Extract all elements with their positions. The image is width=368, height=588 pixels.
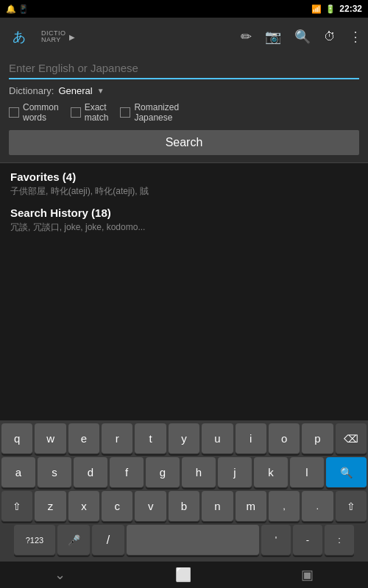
keyboard-row-3: ⇧ z x c v b n m , . ⇧ (1, 491, 367, 522)
wifi-icon: 📶 (311, 4, 322, 14)
checkbox-common-words[interactable]: Commonwords (9, 102, 59, 123)
key-g[interactable]: g (146, 457, 180, 488)
key-comma[interactable]: , (269, 491, 300, 522)
favorites-title: Favorites (4) (10, 171, 358, 183)
key-x[interactable]: x (68, 491, 99, 522)
dictionary-value[interactable]: General (58, 85, 92, 96)
history-icon[interactable]: ⏱ (324, 30, 336, 43)
key-h[interactable]: h (182, 457, 216, 488)
key-i[interactable]: i (236, 423, 266, 454)
key-dash[interactable]: - (293, 525, 322, 556)
keyboard-row-2: a s d f g h j k l 🔍 (1, 457, 367, 488)
key-q[interactable]: q (1, 423, 32, 454)
key-t[interactable]: t (135, 423, 166, 454)
checkbox-common-words-label: Commonwords (23, 102, 59, 123)
content-area: Favorites (4) 子供部屋, 時化(ateji), 時化(ateji)… (0, 163, 368, 250)
battery-icon: 🔋 (325, 4, 336, 14)
key-slash[interactable]: / (92, 525, 124, 556)
checkbox-exact-match[interactable]: Exactmatch (71, 102, 109, 123)
key-colon[interactable]: : (325, 525, 354, 556)
history-title: Search History (18) (10, 207, 358, 219)
key-s[interactable]: s (38, 457, 71, 488)
key-c[interactable]: c (102, 491, 132, 522)
dictionary-label: Dictionary: (9, 85, 54, 96)
app-logo: あ (6, 24, 32, 50)
key-m[interactable]: m (236, 491, 266, 522)
key-j[interactable]: j (218, 457, 252, 488)
key-r[interactable]: r (102, 423, 132, 454)
dictionary-dropdown-arrow[interactable]: ▼ (97, 87, 105, 95)
nav-recents-icon[interactable]: ▣ (301, 567, 314, 583)
key-p[interactable]: p (302, 423, 333, 454)
key-shift-left[interactable]: ⇧ (1, 491, 32, 522)
key-e[interactable]: e (68, 423, 99, 454)
checkbox-exact-match-box[interactable] (71, 107, 81, 118)
logo-japanese: あ (13, 30, 26, 43)
keyboard-row-4: ?123 🎤 / ' - : (1, 525, 367, 556)
checkbox-romanized[interactable]: RomanizedJapanese (120, 102, 179, 123)
search-button[interactable]: Search (9, 130, 359, 155)
favorites-section: Favorites (4) 子供部屋, 時化(ateji), 時化(ateji)… (10, 171, 358, 198)
more-icon[interactable]: ⋮ (349, 29, 362, 45)
history-section: Search History (18) 冗談, 冗談口, joke, joke,… (10, 207, 358, 234)
key-shift-right[interactable]: ⇧ (336, 491, 367, 522)
key-o[interactable]: o (269, 423, 300, 454)
key-u[interactable]: u (202, 423, 233, 454)
key-a[interactable]: a (1, 457, 35, 488)
key-b[interactable]: b (169, 491, 199, 522)
nav-home-icon[interactable]: ⬜ (175, 567, 191, 583)
checkbox-romanized-label: RomanizedJapanese (134, 102, 179, 123)
key-z[interactable]: z (35, 491, 66, 522)
keyboard: q w e r t y u i o p ⌫ a s d f g h j k l … (0, 420, 368, 562)
favorites-subtitle: 子供部屋, 時化(ateji), 時化(ateji), 賊 (10, 185, 358, 198)
search-input-container (9, 62, 359, 79)
app-bar-icons: ✏ 📷 🔍 ⏱ ⋮ (241, 29, 362, 45)
nav-bar: ⌄ ⬜ ▣ (0, 562, 368, 588)
key-backspace[interactable]: ⌫ (336, 423, 367, 454)
keyboard-row-1: q w e r t y u i o p ⌫ (1, 423, 367, 454)
app-title: DICTIONARY (41, 30, 66, 43)
nav-back-icon[interactable]: ⌄ (54, 567, 66, 583)
search-icon[interactable]: 🔍 (294, 29, 311, 45)
key-l[interactable]: l (290, 457, 324, 488)
key-space[interactable] (127, 525, 259, 556)
key-sym[interactable]: ?123 (14, 525, 55, 556)
key-apostrophe[interactable]: ' (261, 525, 291, 556)
key-y[interactable]: y (169, 423, 199, 454)
key-k[interactable]: k (254, 457, 288, 488)
title-arrow: ▶ (69, 33, 75, 41)
key-search-enter[interactable]: 🔍 (326, 457, 367, 488)
key-v[interactable]: v (135, 491, 166, 522)
status-bar: 🔔 📱 📶 🔋 22:32 (0, 0, 368, 18)
status-time: 22:32 (339, 4, 362, 14)
search-input[interactable] (9, 62, 359, 74)
key-d[interactable]: d (74, 457, 107, 488)
checkboxes-row: Commonwords Exactmatch RomanizedJapanese (9, 102, 359, 123)
checkbox-common-words-box[interactable] (9, 107, 19, 118)
key-w[interactable]: w (35, 423, 66, 454)
app-bar: あ DICTIONARY ▶ ✏ 📷 🔍 ⏱ ⋮ (0, 18, 368, 56)
history-subtitle: 冗談, 冗談口, joke, joke, kodomo... (10, 221, 358, 234)
checkbox-romanized-box[interactable] (120, 107, 130, 118)
key-mic[interactable]: 🎤 (57, 525, 90, 556)
pencil-icon[interactable]: ✏ (241, 29, 252, 45)
key-f[interactable]: f (110, 457, 144, 488)
key-n[interactable]: n (202, 491, 233, 522)
checkbox-exact-match-label: Exactmatch (85, 102, 109, 123)
dictionary-row: Dictionary: General ▼ (9, 85, 359, 96)
notification-icons: 🔔 📱 (6, 4, 29, 14)
camera-icon[interactable]: 📷 (265, 29, 281, 45)
key-period[interactable]: . (302, 491, 333, 522)
search-area: Dictionary: General ▼ Commonwords Exactm… (0, 56, 368, 163)
